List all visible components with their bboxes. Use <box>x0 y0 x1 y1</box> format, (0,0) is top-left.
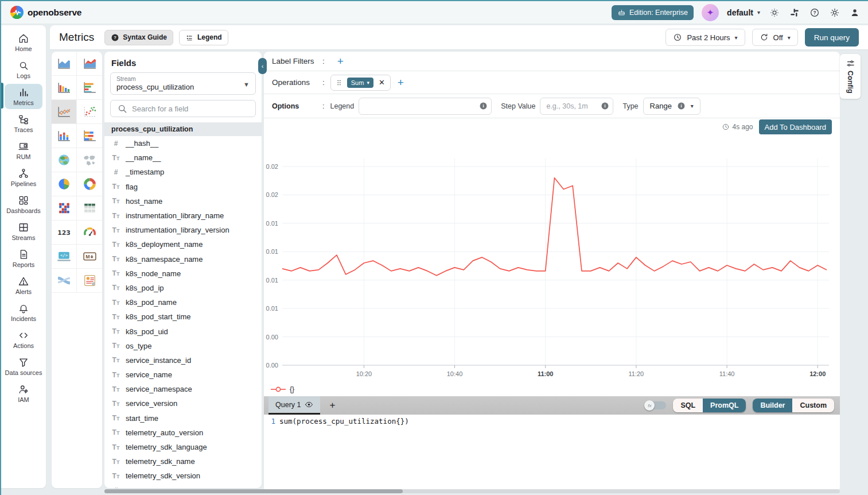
help-icon[interactable]: ? <box>809 7 820 18</box>
sidebar-item-incidents[interactable]: Incidents <box>5 300 42 325</box>
type-dropdown[interactable]: Range i ▾ <box>643 98 700 115</box>
operation-function-dropdown[interactable]: Sum ▾ <box>347 78 373 88</box>
account-icon[interactable] <box>850 7 860 18</box>
custom-mode-button[interactable]: Custom <box>792 399 834 412</box>
sidebar-item-pipelines[interactable]: Pipelines <box>5 165 42 190</box>
chart-actions-row: 4s ago Add To Dashboard <box>264 118 840 136</box>
sidebar-item-reports[interactable]: Reports <box>5 246 42 271</box>
field-item[interactable]: TTservice_version <box>104 396 262 411</box>
chart-type-stacked-bar-icon[interactable] <box>52 124 77 148</box>
scrollbar-thumb[interactable] <box>104 489 403 493</box>
settings-icon[interactable] <box>830 7 840 18</box>
field-item[interactable]: TTservice_instance_id <box>104 353 262 368</box>
field-item[interactable]: TThost_name <box>104 194 262 208</box>
field-item[interactable]: TTinstrumentation_library_name <box>104 208 262 223</box>
collapse-fields-button[interactable]: ‹ <box>258 58 267 74</box>
field-item[interactable]: TTk8s_pod_uid <box>104 324 262 338</box>
field-item[interactable]: #_timestamp <box>104 165 262 179</box>
builder-mode-button[interactable]: Builder <box>753 399 792 412</box>
chart-legend[interactable]: {} <box>264 382 840 396</box>
chart-type-scatter-icon[interactable] <box>77 100 102 124</box>
ai-assistant-button[interactable]: ✦ <box>702 4 719 21</box>
chart-type-area-icon[interactable] <box>52 52 77 76</box>
field-item[interactable]: #__hash__ <box>104 136 262 150</box>
sidebar-item-rum[interactable]: RUM <box>5 138 42 163</box>
chart-type-h-stacked-bar-icon[interactable] <box>77 124 102 148</box>
theme-toggle-icon[interactable] <box>769 7 780 18</box>
eye-icon[interactable] <box>305 400 313 409</box>
sidebar-item-data-sources[interactable]: Data sources <box>5 354 42 379</box>
field-item[interactable]: TTinstrumentation_library_version <box>104 223 262 237</box>
chart-type-donut-icon[interactable] <box>77 172 102 196</box>
chart-type-bar-icon[interactable] <box>52 76 77 100</box>
field-item[interactable]: TTservice_namespace <box>104 382 262 396</box>
sidebar-item-logs[interactable]: Logs <box>5 57 42 82</box>
sidebar-item-dashboards[interactable]: Dashboards <box>5 192 42 217</box>
add-query-tab-button[interactable]: + <box>329 400 335 411</box>
chart-type-geomap-icon[interactable] <box>52 148 77 172</box>
apps-icon[interactable] <box>789 7 800 18</box>
sidebar-item-actions[interactable]: Actions <box>5 327 42 352</box>
field-item[interactable]: TTk8s_namespace_name <box>104 252 262 266</box>
legend-toggle-button[interactable]: Legend <box>179 30 228 45</box>
field-item[interactable]: TTtelemetry_sdk_version <box>104 469 262 483</box>
vrl-function-toggle[interactable]: fx <box>645 401 666 409</box>
field-search-input[interactable] <box>132 105 250 113</box>
chart-type-gauge-icon[interactable] <box>77 221 102 245</box>
run-query-button[interactable]: Run query <box>805 28 859 47</box>
field-item[interactable]: TTtelemetry_auto_version <box>104 426 262 440</box>
query-code-editor[interactable]: 1 sum(process_cpu_utilization{}) <box>264 415 840 492</box>
field-item[interactable]: TTos_type <box>104 339 262 353</box>
drag-handle-icon[interactable] <box>335 79 343 87</box>
add-label-filter-button[interactable]: + <box>337 56 344 67</box>
sidebar-item-iam[interactable]: IAM <box>5 381 42 406</box>
syntax-guide-button[interactable]: ? Syntax Guide <box>104 30 173 45</box>
auto-refresh-selector[interactable]: Off ▾ <box>752 29 798 46</box>
field-item[interactable]: #value <box>104 484 262 489</box>
stream-group-header[interactable]: process_cpu_utilization <box>104 122 262 136</box>
chart-type-heatmap-icon[interactable] <box>52 196 77 221</box>
remove-operation-button[interactable]: ✕ <box>377 78 386 87</box>
field-item[interactable]: TTk8s_pod_name <box>104 295 262 310</box>
chart-type-markdown-icon[interactable]: M <box>77 245 102 269</box>
query-tab-1[interactable]: Query 1 <box>268 396 320 415</box>
sidebar-item-home[interactable]: Home <box>5 30 42 55</box>
field-item[interactable]: TT__name__ <box>104 150 262 165</box>
app-logo[interactable]: openobserve <box>10 6 81 19</box>
chart-type-h-bar-icon[interactable] <box>77 76 102 100</box>
chart-type-metric-text-icon[interactable]: 123 <box>52 221 77 245</box>
chart-type-maps-icon[interactable] <box>77 148 102 172</box>
config-panel-tab[interactable]: Config <box>840 54 861 99</box>
promql-mode-button[interactable]: PromQL <box>703 399 746 412</box>
sidebar-item-traces[interactable]: Traces <box>5 111 42 136</box>
stream-selector[interactable]: Stream process_cpu_utilization ▼ <box>110 72 256 95</box>
add-to-dashboard-button[interactable]: Add To Dashboard <box>759 119 832 134</box>
field-item[interactable]: TTk8s_node_name <box>104 266 262 281</box>
chart-type-table-icon[interactable] <box>77 196 102 221</box>
chart-type-sankey-icon[interactable] <box>52 269 77 293</box>
legend-input[interactable] <box>359 98 491 114</box>
org-selector[interactable]: default ▾ <box>727 8 760 17</box>
sql-mode-button[interactable]: SQL <box>673 399 703 412</box>
field-item[interactable]: TTtelemetry_sdk_name <box>104 454 262 469</box>
time-range-selector[interactable]: Past 2 Hours ▾ <box>665 29 745 46</box>
field-item[interactable]: TTstart_time <box>104 411 262 426</box>
field-item[interactable]: TTk8s_pod_ip <box>104 281 262 295</box>
horizontal-scrollbar[interactable] <box>104 489 840 493</box>
sidebar-item-alerts[interactable]: Alerts <box>5 273 42 298</box>
timeseries-chart[interactable]: 0.000.000.010.010.010.010.020.0210:2010:… <box>264 136 840 382</box>
add-operation-button[interactable]: + <box>398 77 404 88</box>
field-item[interactable]: TTk8s_pod_start_time <box>104 310 262 324</box>
chart-type-pie-icon[interactable] <box>52 172 77 196</box>
chart-type-area-stacked-icon[interactable] <box>77 52 102 76</box>
sidebar-item-streams[interactable]: Streams <box>5 219 42 244</box>
sidebar-item-metrics[interactable]: Metrics <box>5 84 42 109</box>
field-item[interactable]: TTservice_name <box>104 368 262 382</box>
operations-label: Operations <box>272 78 322 87</box>
chart-type-line-icon[interactable] <box>52 100 77 124</box>
field-item[interactable]: TTk8s_deployment_name <box>104 237 262 252</box>
chart-type-custom-chart-icon[interactable] <box>77 269 102 293</box>
field-item[interactable]: TTflag <box>104 180 262 194</box>
chart-type-html-icon[interactable]: </> <box>52 245 77 269</box>
field-item[interactable]: TTtelemetry_sdk_language <box>104 440 262 454</box>
